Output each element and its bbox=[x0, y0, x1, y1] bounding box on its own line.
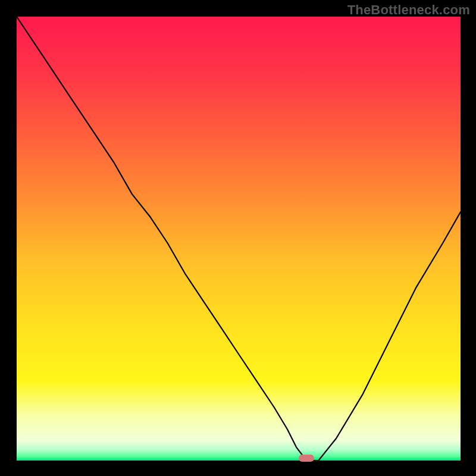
watermark-text: TheBottleneck.com bbox=[347, 2, 470, 18]
optimal-point-marker bbox=[299, 455, 314, 462]
chart-plot-area bbox=[17, 17, 461, 461]
bottleneck-curve bbox=[17, 17, 461, 461]
curve-path bbox=[17, 17, 461, 461]
